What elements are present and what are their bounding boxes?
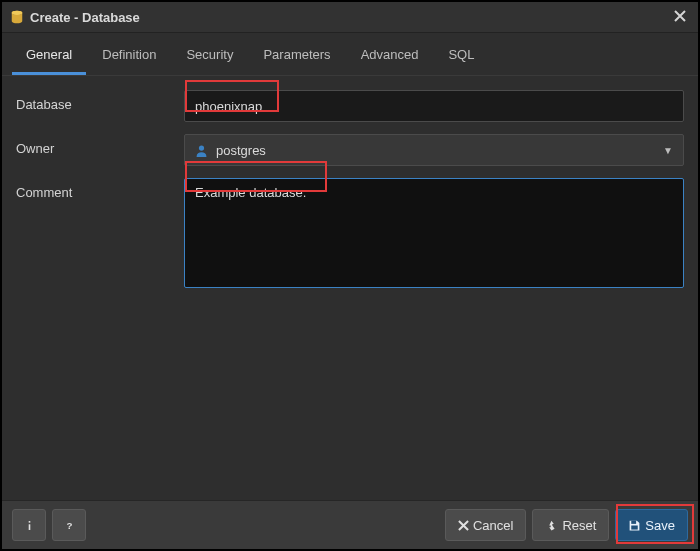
tab-definition[interactable]: Definition [88,39,170,75]
database-label: Database [16,90,184,112]
user-icon [195,144,208,157]
owner-label: Owner [16,134,184,156]
svg-point-2 [199,145,204,150]
chevron-down-icon: ▼ [663,145,673,156]
window-title: Create - Database [30,10,670,25]
svg-rect-3 [28,524,30,530]
reset-label: Reset [562,518,596,533]
owner-value: postgres [216,143,266,158]
row-database: Database [16,90,684,122]
save-button[interactable]: Save [615,509,688,541]
cancel-icon [458,520,469,531]
database-input[interactable] [184,90,684,122]
row-owner: Owner postgres ▼ [16,134,684,166]
tabs: General Definition Security Parameters A… [2,33,698,76]
comment-textarea[interactable] [184,178,684,288]
reset-icon [545,519,558,532]
save-icon [628,519,641,532]
help-button[interactable]: ? [52,509,86,541]
cancel-label: Cancel [473,518,513,533]
save-label: Save [645,518,675,533]
cancel-button[interactable]: Cancel [445,509,526,541]
tab-advanced[interactable]: Advanced [347,39,433,75]
svg-point-1 [12,11,23,15]
svg-text:?: ? [66,520,72,531]
footer: ? Cancel Reset [2,500,698,549]
tab-general[interactable]: General [12,39,86,75]
tab-sql[interactable]: SQL [434,39,488,75]
svg-rect-7 [632,525,639,529]
titlebar: Create - Database [2,2,698,33]
tab-parameters[interactable]: Parameters [249,39,344,75]
create-database-dialog: Create - Database General Definition Sec… [0,0,700,551]
close-button[interactable] [670,9,690,25]
info-icon [23,519,36,532]
dialog-body: Database Owner postgres ▼ [2,76,698,500]
database-icon [10,10,24,24]
info-button[interactable] [12,509,46,541]
comment-label: Comment [16,178,184,200]
svg-rect-4 [28,521,30,523]
row-comment: Comment [16,178,684,291]
svg-rect-6 [632,520,637,523]
close-icon [674,10,686,22]
owner-select[interactable]: postgres ▼ [184,134,684,166]
help-icon: ? [63,519,76,532]
reset-button[interactable]: Reset [532,509,609,541]
tab-security[interactable]: Security [172,39,247,75]
